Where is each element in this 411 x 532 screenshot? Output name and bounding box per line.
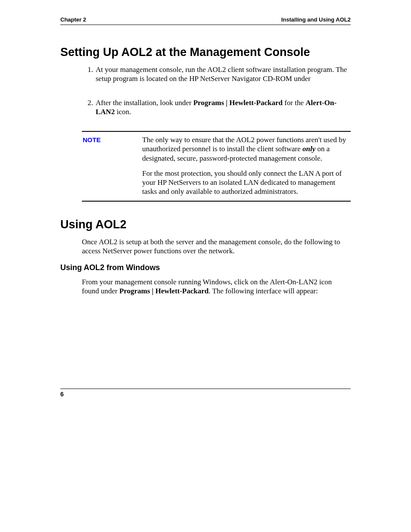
list-item: 2. After the installation, look under Pr… xyxy=(85,98,351,117)
menu-path: Programs | Hewlett-Packard xyxy=(119,287,209,295)
list-item: 1. At your management console, run the A… xyxy=(85,65,351,84)
emphasis-only: only xyxy=(302,145,315,153)
ordered-list: 1. At your management console, run the A… xyxy=(85,65,351,116)
subsection-heading-windows: Using AOL2 from Windows xyxy=(60,263,351,272)
page-footer: 6 xyxy=(60,389,351,398)
page-content: Chapter 2 Installing and Using AOL2 Sett… xyxy=(0,0,411,296)
menu-path: Programs | Hewlett-Packard xyxy=(193,99,283,107)
note-text: The only way to ensure that the AOL2 pow… xyxy=(142,135,351,196)
header-left: Chapter 2 xyxy=(60,16,86,23)
running-header: Chapter 2 Installing and Using AOL2 xyxy=(60,16,351,25)
header-right: Installing and Using AOL2 xyxy=(281,16,351,23)
list-body: After the installation, look under Progr… xyxy=(96,98,351,117)
list-number: 2. xyxy=(85,98,96,117)
section-intro: Once AOL2 is setup at both the server an… xyxy=(82,237,351,256)
subsection-body: From your management console running Win… xyxy=(82,277,351,296)
page-number: 6 xyxy=(60,391,64,398)
list-body: At your management console, run the AOL2… xyxy=(96,65,351,84)
section-heading-using: Using AOL2 xyxy=(60,218,351,231)
note-box: NOTE The only way to ensure that the AOL… xyxy=(82,131,351,202)
list-number: 1. xyxy=(85,65,96,84)
section-heading-setup: Setting Up AOL2 at the Management Consol… xyxy=(60,46,351,59)
note-label: NOTE xyxy=(82,135,142,196)
